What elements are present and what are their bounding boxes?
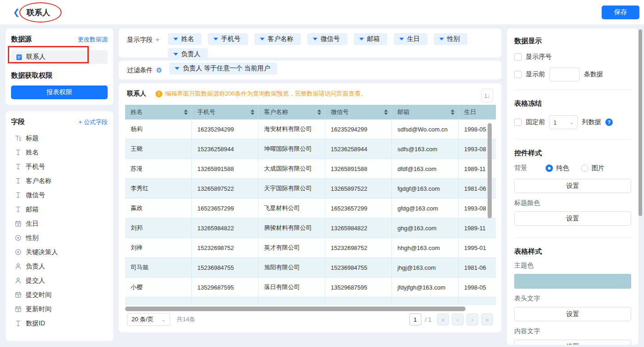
field-item[interactable]: 提交时间: [11, 288, 108, 302]
display-field-chip[interactable]: 生日: [394, 33, 427, 45]
field-item[interactable]: 客户名称: [11, 174, 108, 188]
sort-order-icon[interactable]: 1↓: [481, 89, 493, 102]
content-text-set-button[interactable]: 设置: [514, 340, 631, 345]
field-item[interactable]: 负责人: [11, 259, 108, 273]
table-cell: [392, 297, 459, 305]
next-page-button[interactable]: ›: [466, 313, 478, 325]
change-datasource-link[interactable]: 更改数据源: [78, 35, 108, 44]
page-number-input[interactable]: 1: [409, 313, 421, 325]
table-row[interactable]: 杨莉16235294299海安材料有限公司16235294299sdfsd@Wo…: [125, 119, 496, 139]
column-header[interactable]: 客户名称: [259, 105, 325, 119]
table-row[interactable]: 小樱13529687595落日有限公司13529687595jfdyjfgh@1…: [125, 278, 496, 297]
sort-icon[interactable]: [251, 109, 254, 115]
display-field-chip[interactable]: 负责人: [168, 48, 208, 60]
settings-scrollbar[interactable]: [638, 29, 642, 216]
table-row[interactable]: [125, 297, 496, 305]
column-header-label: 手机号: [197, 108, 215, 116]
title-icon: [15, 135, 22, 142]
background-set-button[interactable]: 设置: [514, 179, 631, 193]
gear-icon[interactable]: ⚙: [156, 66, 162, 74]
column-header[interactable]: 微信号: [325, 105, 392, 119]
table-row[interactable]: 苏漫13265891588大成国际有限公司13265891588dfdf@163…: [125, 159, 496, 179]
row-count-input[interactable]: [549, 68, 580, 81]
table-row[interactable]: 王晓15236258944坤曜国际有限公司15236258944sdfs@163…: [125, 139, 496, 159]
datasource-item-contacts[interactable]: 联系人: [11, 50, 108, 64]
vertical-scrollbar[interactable]: [488, 123, 492, 218]
display-field-chip[interactable]: 微信号: [307, 33, 347, 45]
field-item[interactable]: 手机号: [11, 159, 108, 174]
chip-label: 性别: [447, 35, 460, 43]
column-header[interactable]: 姓名: [125, 105, 192, 119]
display-field-chip[interactable]: 性别: [434, 33, 467, 45]
field-item[interactable]: 关键决策人: [11, 245, 108, 259]
save-button[interactable]: 保存: [602, 6, 639, 19]
column-header[interactable]: 手机号: [192, 105, 259, 119]
display-field-chip[interactable]: 客户名称: [254, 33, 301, 45]
field-item[interactable]: 姓名: [11, 145, 108, 159]
display-field-chip[interactable]: 邮箱: [354, 33, 387, 45]
data-display-heading: 数据显示: [514, 37, 631, 46]
table-row[interactable]: 嬴政16523657299飞星材料公司16523657299gfdg@163.c…: [125, 199, 496, 218]
content-text-label: 内容文字: [514, 327, 631, 336]
add-formula-field-link[interactable]: + 公式字段: [79, 118, 108, 126]
title-color-label: 标题颜色: [514, 199, 631, 207]
table-cell: dfdf@163.com: [392, 159, 459, 179]
sort-icon[interactable]: [451, 109, 454, 115]
image-radio[interactable]: [581, 165, 588, 172]
table-cell: 15236984755: [325, 258, 392, 278]
field-item[interactable]: 标题: [11, 131, 108, 145]
display-fields-panel: 显示字段+ 姓名手机号客户名称微信号邮箱生日性别负责人: [119, 28, 501, 57]
date-icon: [15, 291, 22, 298]
add-display-field-button[interactable]: +: [155, 35, 160, 43]
table-row[interactable]: 刘邦13265984822腾骏材料有限公司13265984822ghg@163.…: [125, 218, 496, 238]
show-first-checkbox[interactable]: [514, 71, 522, 78]
table-cell: 杨莉: [125, 119, 192, 139]
freeze-columns-checkbox[interactable]: [514, 119, 522, 126]
sort-icon[interactable]: [317, 109, 321, 115]
field-item[interactable]: 更新时间: [11, 302, 108, 316]
header-text-set-button[interactable]: 设置: [514, 307, 631, 321]
page-size-select[interactable]: 20 条/页 ⌄: [127, 313, 170, 326]
sort-icon[interactable]: [384, 109, 388, 115]
display-field-chip[interactable]: 手机号: [208, 33, 248, 45]
help-icon[interactable]: ?: [605, 119, 613, 126]
chevron-down-icon: ⌄: [161, 317, 166, 323]
solid-color-radio[interactable]: [546, 165, 553, 172]
table-warning-text: 编辑界面只取数据源前200条作为查询数据预览，完整数据请访问页面查看。: [165, 90, 367, 98]
table-cell: 16523657299: [192, 199, 259, 218]
table-cell: jhgj@163.com: [392, 258, 459, 278]
table-row[interactable]: 司马懿15236984755旭阳有限公司15236984755jhgj@163.…: [125, 258, 496, 278]
field-item[interactable]: 性别: [11, 231, 108, 245]
sort-icon[interactable]: [184, 109, 188, 115]
back-icon[interactable]: ❮: [13, 8, 20, 17]
page-title: 联系人: [27, 7, 50, 18]
last-page-button[interactable]: »: [481, 313, 493, 325]
theme-color-label: 主题色: [514, 262, 631, 270]
field-item[interactable]: 微信号: [11, 188, 108, 202]
report-permission-button[interactable]: 报表权限: [11, 85, 108, 99]
field-item[interactable]: 数据ID: [11, 316, 108, 330]
filter-condition-chip[interactable]: 负责人 等于任意一个 当前用户: [169, 63, 277, 74]
freeze-count-select[interactable]: 1 ⌄: [549, 115, 578, 129]
title-color-set-button[interactable]: 设置: [514, 211, 631, 226]
freeze-suffix-label: 列数据: [582, 118, 601, 126]
table-row[interactable]: 刘禅15232698752英才有限公司15232698752hhgh@163.c…: [125, 238, 496, 258]
chevron-down-icon: [173, 38, 178, 40]
display-field-chip[interactable]: 姓名: [168, 33, 201, 45]
field-item[interactable]: 提交人: [11, 273, 108, 288]
table-cell: 坤曜国际有限公司: [259, 139, 325, 159]
table-cell: 15236258944: [192, 139, 259, 159]
table-cell: 李秀红: [125, 179, 192, 199]
theme-color-swatch[interactable]: [514, 274, 631, 289]
show-index-checkbox[interactable]: [514, 53, 522, 61]
first-page-button[interactable]: «: [437, 313, 449, 325]
column-header[interactable]: 生日: [459, 105, 496, 119]
horizontal-scrollbar[interactable]: [125, 307, 466, 311]
field-item[interactable]: 生日: [11, 216, 108, 231]
table-row[interactable]: 李秀红13265897522天宇国际有限公司13265897522fgdgf@1…: [125, 179, 496, 199]
field-item[interactable]: 邮箱: [11, 202, 108, 216]
column-header[interactable]: 邮箱: [392, 105, 459, 119]
prev-page-button[interactable]: ‹: [452, 313, 464, 325]
column-header-label: 微信号: [331, 108, 349, 116]
chevron-down-icon: [213, 38, 218, 40]
